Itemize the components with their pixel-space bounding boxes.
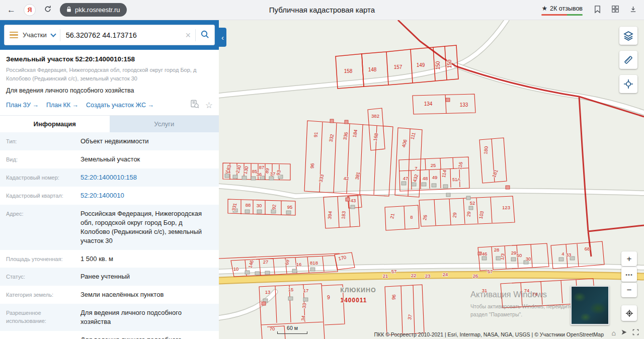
search-icon[interactable] bbox=[200, 30, 209, 41]
reviews-label: 2К отзывов bbox=[550, 5, 583, 12]
bookmark-icon[interactable] bbox=[594, 5, 601, 15]
layers-button[interactable] bbox=[619, 27, 637, 45]
parcel-label: 51А bbox=[452, 177, 460, 182]
menu-icon[interactable] bbox=[10, 32, 18, 39]
home-icon[interactable]: ⌂ bbox=[612, 329, 616, 336]
info-row: по документу:Для ведения личного подсобн… bbox=[0, 331, 219, 339]
parcel-label: 29 bbox=[452, 212, 458, 218]
locate-arrow-icon[interactable] bbox=[621, 329, 627, 336]
map-attribution: ПКК © Росреестр 2010-2021 | Esri, Interm… bbox=[374, 331, 604, 337]
info-value: Для ведения личного подсобного хозяйства bbox=[80, 335, 213, 339]
parcel-label: 57 bbox=[488, 269, 493, 274]
info-value-link[interactable]: 52:20:1400010 bbox=[80, 191, 124, 200]
building bbox=[401, 182, 406, 185]
info-row: Кадастровый номер:52:20:1400010:158 bbox=[0, 168, 219, 187]
building-highlighted bbox=[346, 198, 350, 201]
zoom-controls: + ••• − bbox=[621, 251, 637, 297]
parcel-label: 87 bbox=[259, 164, 265, 170]
map-toolbar bbox=[619, 27, 637, 93]
info-value-link[interactable]: 52:20:1400010:158 bbox=[80, 173, 137, 182]
parcel-label: 57 bbox=[391, 269, 397, 274]
parcel-label: 134 bbox=[424, 101, 433, 107]
parcel-label: 31 bbox=[482, 288, 488, 293]
building bbox=[225, 174, 229, 178]
building bbox=[446, 193, 450, 197]
parcel-label: 17 bbox=[303, 288, 309, 293]
info-value: 1 500 кв. м bbox=[80, 255, 113, 264]
parcel-summary: Земельный участок 52:20:1400010:158 Росс… bbox=[0, 50, 219, 115]
parcel-label: 47 bbox=[403, 176, 409, 181]
panel-collapse-button[interactable]: ‹ bbox=[219, 28, 226, 47]
tab-services[interactable]: Услуги bbox=[110, 116, 219, 132]
info-row: Категория земель:Земли населённых пункто… bbox=[0, 286, 219, 304]
building bbox=[559, 258, 564, 261]
fullscreen-icon[interactable] bbox=[632, 329, 639, 336]
info-label: Категория земель: bbox=[6, 290, 76, 299]
zoom-in-button[interactable]: + bbox=[621, 251, 637, 266]
search-header: Участки × bbox=[0, 20, 219, 50]
info-value: Российская Федерация, Нижегородская обл,… bbox=[80, 209, 213, 245]
building-highlighted bbox=[330, 119, 334, 123]
building bbox=[432, 184, 436, 187]
parcel-label: 46 bbox=[482, 251, 488, 257]
building bbox=[257, 210, 262, 213]
chevron-down-icon[interactable] bbox=[50, 31, 56, 37]
panel-tabs: Информация Услуги bbox=[0, 115, 219, 132]
parcel-label: 148 bbox=[368, 67, 377, 72]
parcel-label: 4 bbox=[561, 251, 564, 257]
clear-search-icon[interactable]: × bbox=[185, 31, 191, 40]
zoom-more-button[interactable]: ••• bbox=[621, 267, 637, 282]
building bbox=[303, 298, 308, 301]
measure-ruler-button[interactable] bbox=[619, 51, 637, 69]
zoom-out-button[interactable]: − bbox=[621, 283, 637, 297]
parcel-label: 43 bbox=[351, 198, 356, 203]
overview-minimap[interactable] bbox=[571, 286, 609, 325]
reviews-badge[interactable]: ★ 2К отзывов bbox=[540, 4, 584, 16]
parcel-label: 36 bbox=[257, 172, 262, 177]
crosshair-button[interactable] bbox=[619, 75, 637, 93]
search-input[interactable] bbox=[65, 31, 181, 40]
info-row: Вид:Земельный участок bbox=[0, 150, 219, 168]
building bbox=[310, 268, 315, 271]
parcel-label: 150 bbox=[447, 59, 452, 68]
plan-zu-link[interactable]: План ЗУ → bbox=[6, 102, 39, 109]
chrome-actions: ★ 2К отзывов bbox=[540, 4, 637, 16]
building bbox=[286, 211, 291, 214]
info-label: Адрес: bbox=[6, 209, 76, 245]
info-value: Ранее учтенный bbox=[80, 272, 130, 281]
favorite-star-icon[interactable]: ☆ bbox=[205, 101, 213, 110]
building bbox=[469, 206, 473, 210]
parcel-title: Земельный участок 52:20:1400010:158 bbox=[6, 55, 213, 63]
info-value: Для ведения личного подсобного хозяйства bbox=[80, 308, 213, 326]
yandex-browser-icon[interactable]: Я bbox=[24, 4, 36, 16]
building bbox=[482, 257, 487, 260]
tab-information[interactable]: Информация bbox=[0, 116, 110, 132]
parcel-label: 25 bbox=[431, 162, 436, 168]
parcel-label: 27 bbox=[263, 259, 269, 265]
parcel-label: 49 bbox=[432, 175, 438, 180]
building bbox=[242, 176, 247, 180]
refresh-icon[interactable] bbox=[44, 5, 52, 15]
parcel-label: 382 bbox=[371, 113, 379, 119]
search-bar: Участки × bbox=[4, 25, 215, 45]
parcel-label: 28 bbox=[494, 247, 500, 252]
parcel-label: 34 bbox=[300, 315, 306, 321]
info-label: Кадастровый номер: bbox=[6, 173, 76, 182]
collections-icon[interactable] bbox=[611, 5, 619, 15]
parcel-label: КЛЮКИНО bbox=[340, 287, 376, 294]
building-highlighted bbox=[345, 120, 348, 124]
map-bottom-icons: ⌂ bbox=[612, 329, 639, 336]
plan-kk-link[interactable]: План КК → bbox=[46, 102, 78, 109]
parcel-label: 93 bbox=[275, 170, 282, 176]
download-icon[interactable] bbox=[629, 6, 637, 15]
parcel-label: 69 bbox=[284, 259, 290, 265]
parcel-label: 22 bbox=[411, 273, 417, 278]
create-parcel-link[interactable]: Создать участок ЖС → bbox=[86, 102, 154, 109]
search-category-select[interactable]: Участки bbox=[23, 31, 47, 39]
geolocation-button[interactable] bbox=[621, 305, 637, 321]
info-row: Статус:Ранее учтенный bbox=[0, 268, 219, 286]
parcel-label: 8 bbox=[410, 214, 413, 220]
url-bar[interactable]: pkk.rosreestr.ru bbox=[60, 3, 127, 17]
back-icon[interactable]: ← bbox=[7, 6, 16, 14]
doc-preview-icon[interactable] bbox=[190, 100, 199, 111]
